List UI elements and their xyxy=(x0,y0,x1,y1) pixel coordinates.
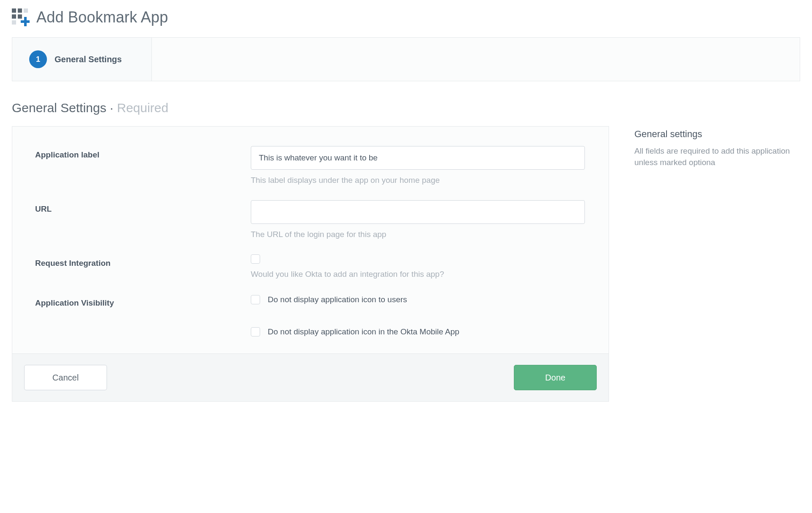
url-input[interactable] xyxy=(251,200,585,224)
visibility-hide-mobile-label: Do not display application icon in the O… xyxy=(268,327,459,336)
svg-rect-5 xyxy=(12,20,16,25)
application-visibility-label: Application Visibility xyxy=(35,294,251,308)
done-button[interactable]: Done xyxy=(514,365,597,390)
svg-rect-4 xyxy=(18,14,22,19)
field-request-integration: Request Integration Would you like Okta … xyxy=(35,254,586,279)
wizard-steps: 1 General Settings xyxy=(12,37,800,81)
section-title-text: General Settings xyxy=(12,101,106,115)
request-integration-label: Request Integration xyxy=(35,254,251,268)
svg-rect-2 xyxy=(24,8,28,13)
general-settings-form: Application label This label displays un… xyxy=(12,126,609,402)
svg-rect-0 xyxy=(12,8,16,13)
svg-rect-3 xyxy=(12,14,16,19)
section-title: General Settings · Required xyxy=(12,101,800,115)
url-label: URL xyxy=(35,200,251,214)
visibility-hide-users-checkbox[interactable] xyxy=(251,295,260,304)
side-info: General settings All fields are required… xyxy=(634,126,800,168)
url-help: The URL of the login page for this app xyxy=(251,230,586,239)
side-info-text: All fields are required to add this appl… xyxy=(634,146,800,168)
step-label: General Settings xyxy=(55,55,122,64)
cancel-button[interactable]: Cancel xyxy=(24,365,107,390)
page-title: Add Bookmark App xyxy=(36,8,168,26)
form-footer: Cancel Done xyxy=(12,353,609,401)
section-required-label: Required xyxy=(117,101,168,115)
svg-rect-1 xyxy=(18,8,22,13)
svg-rect-7 xyxy=(21,20,30,23)
apps-grid-icon xyxy=(12,8,30,26)
application-label-input[interactable] xyxy=(251,146,585,170)
step-number-badge: 1 xyxy=(29,50,47,68)
section-title-separator: · xyxy=(106,101,117,115)
request-integration-help: Would you like Okta to add an integratio… xyxy=(251,270,586,279)
field-application-label: Application label This label displays un… xyxy=(35,146,586,185)
application-label-label: Application label xyxy=(35,146,251,160)
field-url: URL The URL of the login page for this a… xyxy=(35,200,586,239)
page-header: Add Bookmark App xyxy=(12,8,800,26)
application-label-help: This label displays under the app on you… xyxy=(251,176,586,185)
side-info-title: General settings xyxy=(634,129,800,140)
field-application-visibility: Application Visibility Do not display ap… xyxy=(35,294,586,336)
visibility-hide-mobile-checkbox[interactable] xyxy=(251,327,260,336)
request-integration-checkbox[interactable] xyxy=(251,254,260,264)
visibility-hide-users-label: Do not display application icon to users xyxy=(268,295,407,304)
wizard-step-general-settings[interactable]: 1 General Settings xyxy=(12,38,152,81)
